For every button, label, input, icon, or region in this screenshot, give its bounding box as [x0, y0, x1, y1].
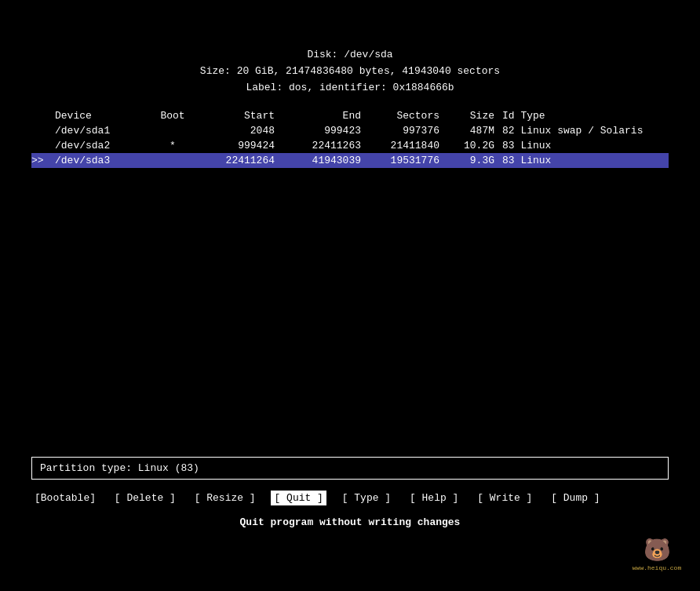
- row3-sectors: 19531776: [369, 155, 447, 166]
- row2-sectors: 21411840: [369, 140, 447, 151]
- disk-header: Disk: /dev/sda Size: 20 GiB, 21474836480…: [31, 47, 669, 96]
- menu-help[interactable]: [ Help ]: [407, 491, 461, 505]
- table-row-selected[interactable]: >> /dev/sda3 22411264 41943039 19531776 …: [31, 153, 669, 168]
- row1-start: 2048: [196, 125, 283, 137]
- row1-selector: [31, 125, 55, 137]
- row2-selector: [31, 140, 55, 151]
- menu-separator-2: [179, 491, 191, 505]
- row2-id-type: 83 Linux: [502, 140, 669, 151]
- header-size: Size: [447, 110, 502, 122]
- row3-id-type: 83 Linux: [502, 155, 669, 166]
- row3-start: 22411264: [196, 155, 283, 166]
- menu-separator-3: [259, 491, 272, 505]
- watermark: 🐻 www.heiqu.com: [629, 528, 684, 583]
- header-id-type: Id Type: [502, 110, 669, 122]
- menu-bar: [Bootable] [ Delete ] [ Resize ] [ Quit …: [31, 491, 669, 505]
- row2-end: 22411263: [283, 140, 369, 151]
- row3-end: 41943039: [283, 155, 369, 166]
- row1-size: 487M: [447, 125, 502, 137]
- row1-id-type: 82 Linux swap / Solaris: [502, 125, 669, 137]
- row1-device: /dev/sda1: [55, 125, 149, 137]
- menu-separator-6: [461, 491, 474, 505]
- screen: Disk: /dev/sda Size: 20 GiB, 21474836480…: [0, 0, 700, 591]
- watermark-url: www.heiqu.com: [633, 564, 681, 571]
- table-row[interactable]: /dev/sda1 2048 999423 997376 487M 82 Lin…: [31, 123, 669, 138]
- row3-size: 9.3G: [447, 155, 502, 166]
- status-message: Quit program without writing changes: [31, 516, 669, 528]
- row2-size: 10.2G: [447, 140, 502, 151]
- menu-resize[interactable]: [ Resize ]: [191, 491, 259, 505]
- row1-boot: [149, 125, 196, 137]
- row3-selector: >>: [31, 155, 55, 166]
- menu-dump[interactable]: [ Dump ]: [548, 491, 603, 505]
- row1-end: 999423: [283, 125, 369, 137]
- partition-table: Device Boot Start End Sectors Size Id Ty…: [31, 108, 669, 168]
- header-selector: [31, 110, 55, 122]
- menu-separator-1: [99, 491, 111, 505]
- menu-bootable[interactable]: [Bootable]: [31, 491, 99, 505]
- watermark-icon: 🐻: [643, 541, 671, 563]
- menu-separator-7: [535, 491, 548, 505]
- menu-write[interactable]: [ Write ]: [474, 491, 535, 505]
- menu-separator-5: [394, 491, 407, 505]
- header-boot: Boot: [149, 110, 196, 122]
- row3-device: /dev/sda3: [55, 155, 149, 166]
- row2-start: 999424: [196, 140, 283, 151]
- table-row[interactable]: /dev/sda2 * 999424 22411263 21411840 10.…: [31, 138, 669, 153]
- header-start: Start: [196, 110, 283, 122]
- row3-boot: [149, 155, 196, 166]
- menu-type[interactable]: [ Type ]: [339, 491, 394, 505]
- header-sectors: Sectors: [369, 110, 447, 122]
- row2-device: /dev/sda2: [55, 140, 149, 151]
- row2-boot: *: [149, 140, 196, 151]
- header-end: End: [283, 110, 369, 122]
- bottom-section: Partition type: Linux (83) [Bootable] [ …: [31, 457, 669, 528]
- disk-label-line: Label: dos, identifier: 0x1884666b: [31, 80, 669, 97]
- partition-type-label: Partition type: Linux (83): [40, 462, 199, 474]
- menu-quit[interactable]: [ Quit ]: [271, 491, 326, 505]
- header-device: Device: [55, 110, 149, 122]
- menu-separator-4: [326, 491, 339, 505]
- disk-size-line: Size: 20 GiB, 21474836480 bytes, 4194304…: [31, 64, 669, 80]
- menu-delete[interactable]: [ Delete ]: [111, 491, 179, 505]
- row1-sectors: 997376: [369, 125, 447, 137]
- disk-title: Disk: /dev/sda: [31, 47, 669, 64]
- table-header: Device Boot Start End Sectors Size Id Ty…: [31, 108, 669, 123]
- partition-type-box: Partition type: Linux (83): [31, 457, 669, 480]
